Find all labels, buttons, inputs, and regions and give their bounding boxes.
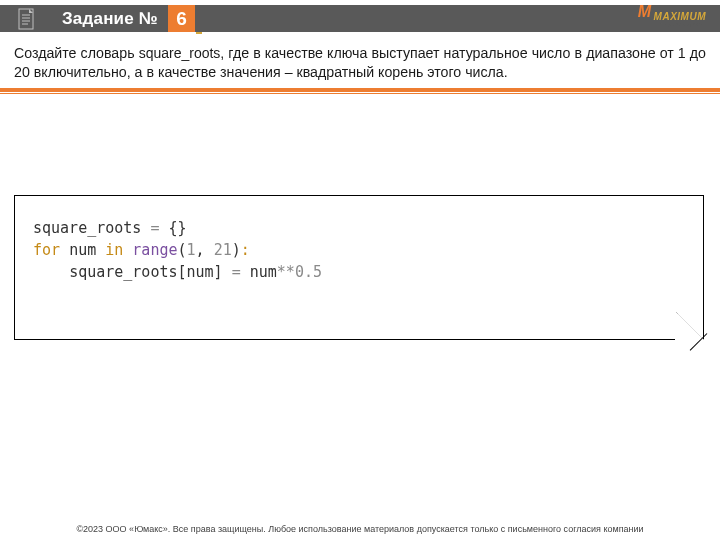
code-token: [33, 263, 69, 281]
code-token: num: [250, 263, 277, 281]
logo-text: MAXIMUM: [654, 11, 706, 22]
code-token: {}: [168, 219, 186, 237]
code-token: ,: [196, 241, 214, 259]
copyright-footer: ©2023 ООО «Юмакс». Все права защищены. Л…: [0, 524, 720, 534]
code-token: =: [150, 219, 168, 237]
divider-thick: [0, 88, 720, 92]
code-token: :: [241, 241, 250, 259]
code-token: square_roots: [33, 219, 150, 237]
code-token: 0.5: [295, 263, 322, 281]
task-number: 6: [168, 5, 195, 32]
code-token: num: [69, 241, 105, 259]
code-token: 1: [187, 241, 196, 259]
logo-subtext: EDUCATION: [660, 22, 704, 28]
code-token: (: [178, 241, 187, 259]
code-token: =: [232, 263, 250, 281]
code-content: square_roots = {} for num in range(1, 21…: [33, 218, 685, 283]
accent-line: [196, 32, 202, 34]
code-token: square_roots[num]: [69, 263, 232, 281]
slide: Задание № 6 MMAXIMUM EDUCATION Создайте …: [0, 0, 720, 540]
document-icon: [16, 7, 40, 31]
code-token: **: [277, 263, 295, 281]
task-prompt: Создайте словарь square_roots, где в кач…: [14, 44, 706, 82]
code-block: square_roots = {} for num in range(1, 21…: [14, 195, 704, 340]
code-token: range: [132, 241, 177, 259]
header-bar: Задание № 6: [0, 5, 720, 32]
code-token: 21: [214, 241, 232, 259]
code-token: for: [33, 241, 69, 259]
prompt-part1: Создайте словарь: [14, 45, 139, 61]
code-token: in: [105, 241, 132, 259]
prompt-identifier: square_roots: [139, 45, 221, 61]
divider-thin: [0, 93, 720, 94]
logo-mark: M: [638, 3, 652, 20]
task-label: Задание №: [62, 9, 158, 29]
code-token: ): [232, 241, 241, 259]
page-curl: [676, 312, 704, 340]
